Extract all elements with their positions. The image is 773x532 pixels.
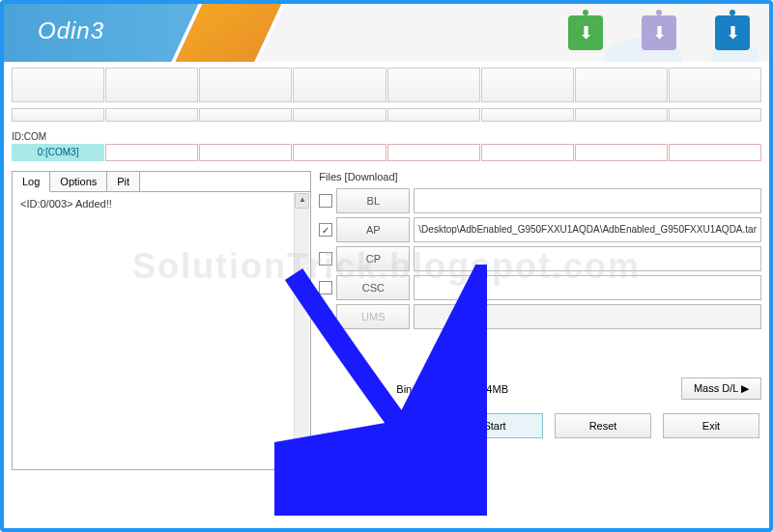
ap-button[interactable]: AP <box>336 217 410 242</box>
progress-cell <box>387 68 480 102</box>
ums-button: UMS <box>336 304 410 329</box>
header-icon-row: ⬇ ⬇ ⬇ <box>568 15 750 50</box>
file-row-bl: BL <box>319 188 761 213</box>
idcom-cell[interactable] <box>293 144 386 161</box>
bl-field[interactable] <box>414 188 761 213</box>
progress-row-thin <box>12 108 761 122</box>
log-line: <ID:0/003> Added!! <box>20 198 302 210</box>
mass-dl-button[interactable]: Mass D/L ▶ <box>681 378 761 400</box>
action-buttons: Start Reset Exit <box>319 413 761 438</box>
ums-field <box>414 304 761 329</box>
files-panel: Files [Download] BL ✓ AP \Desktop\AdbEna… <box>319 171 761 470</box>
progress-cell <box>199 108 292 122</box>
reset-button[interactable]: Reset <box>555 413 651 438</box>
file-row-ap: ✓ AP \Desktop\AdbEnabled_G950FXXU1AQDA\A… <box>319 217 761 242</box>
progress-cell <box>105 108 198 122</box>
progress-area <box>4 62 769 131</box>
scroll-down-icon[interactable]: ▼ <box>295 450 309 465</box>
app-header: Odin3 ⬇ ⬇ ⬇ <box>4 4 769 62</box>
file-row-csc: CSC <box>319 275 761 300</box>
progress-cell <box>481 108 574 122</box>
ap-checkbox[interactable]: ✓ <box>319 223 332 237</box>
idcom-cell[interactable] <box>669 144 761 161</box>
tab-log[interactable]: Log <box>13 172 50 192</box>
main-area: Log Options Pit <ID:0/003> Added!! ▲ ▼ F… <box>4 161 769 470</box>
idcom-cell[interactable] <box>575 144 668 161</box>
tab-options[interactable]: Options <box>50 172 107 191</box>
cp-checkbox[interactable] <box>319 252 332 266</box>
file-row-cp: CP <box>319 246 761 271</box>
ums-checkbox <box>319 310 332 323</box>
start-button[interactable]: Start <box>446 413 543 438</box>
progress-cell <box>293 108 386 122</box>
idcom-cell[interactable] <box>387 144 480 161</box>
progress-cell <box>575 108 668 122</box>
binary-size-value: 4MB <box>454 383 512 395</box>
csc-checkbox[interactable] <box>319 281 332 294</box>
idcom-cell[interactable] <box>105 144 198 161</box>
progress-cell <box>669 68 761 102</box>
progress-cell <box>387 108 480 122</box>
idcom-row: 0:[COM3] <box>12 144 761 161</box>
idcom-cell[interactable] <box>481 144 574 161</box>
csc-field[interactable] <box>414 275 761 300</box>
exit-button[interactable]: Exit <box>663 413 759 438</box>
progress-cell <box>105 68 198 102</box>
progress-cell <box>199 68 292 102</box>
app-title: Odin3 <box>38 17 104 44</box>
download-icon: ⬇ <box>715 15 750 50</box>
download-icon: ⬇ <box>642 15 676 50</box>
cp-button[interactable]: CP <box>336 246 410 271</box>
file-row-ums: UMS <box>319 304 761 329</box>
tab-pit[interactable]: Pit <box>107 172 140 191</box>
ap-field[interactable]: \Desktop\AdbEnabled_G950FXXU1AQDA\AdbEna… <box>414 217 761 242</box>
cp-field[interactable] <box>414 246 761 271</box>
csc-button[interactable]: CSC <box>336 275 410 300</box>
bl-button[interactable]: BL <box>336 188 410 213</box>
binary-size-label: Binary Size <box>396 383 450 395</box>
idcom-label: ID:COM <box>12 131 761 142</box>
idcom-section: ID:COM 0:[COM3] <box>4 131 769 161</box>
progress-cell <box>575 68 668 102</box>
log-body: <ID:0/003> Added!! ▲ ▼ <box>13 192 310 466</box>
progress-cell <box>669 108 761 122</box>
progress-cell <box>12 68 104 102</box>
idcom-cell[interactable] <box>199 144 292 161</box>
log-panel: Log Options Pit <ID:0/003> Added!! ▲ ▼ <box>12 171 311 470</box>
tab-row: Log Options Pit <box>13 172 310 192</box>
progress-row <box>12 68 761 102</box>
scrollbar[interactable]: ▲ ▼ <box>294 193 309 465</box>
scroll-up-icon[interactable]: ▲ <box>295 193 309 209</box>
binary-row: Binary Size 4MB Mass D/L ▶ <box>319 378 761 400</box>
progress-cell <box>481 68 574 102</box>
progress-cell <box>293 68 386 102</box>
header-accent <box>162 4 290 62</box>
bl-checkbox[interactable] <box>319 194 332 208</box>
progress-cell <box>12 108 104 122</box>
files-title: Files [Download] <box>319 171 761 182</box>
idcom-cell-active[interactable]: 0:[COM3] <box>12 144 104 161</box>
download-icon: ⬇ <box>568 15 603 50</box>
